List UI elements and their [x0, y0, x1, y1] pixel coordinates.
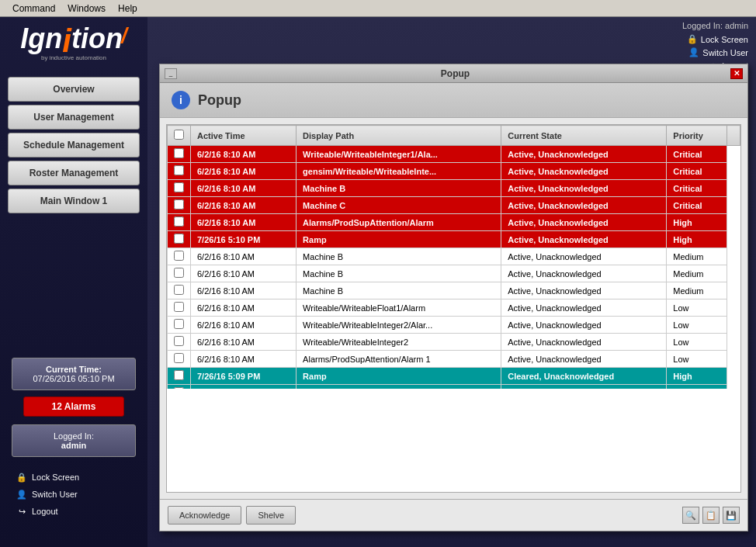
shelve-button[interactable]: Shelve	[246, 506, 296, 524]
export-icon-btn[interactable]: 💾	[723, 507, 740, 524]
header-lock-screen[interactable]: 🔒 Lock Screen	[682, 33, 748, 46]
alarm-button[interactable]: 12 Alarms	[23, 396, 124, 417]
row-time: 6/2/16 8:10 AM	[191, 248, 297, 265]
popup-close-btn[interactable]: ✕	[730, 68, 743, 79]
row-checkbox-5[interactable]	[174, 234, 184, 244]
copy-icon-btn[interactable]: 📋	[702, 507, 720, 524]
sidebar-switch-user[interactable]: 👤 Switch User	[12, 486, 136, 503]
popup-header: i Popup	[160, 83, 747, 118]
popup-minimize-btn[interactable]: _	[165, 68, 177, 79]
acknowledge-button[interactable]: Acknowledge	[168, 506, 241, 524]
table-row: 6/2/16 8:10 AM Writeable/WriteableFloat1…	[168, 299, 740, 317]
row-checkbox-14[interactable]	[174, 387, 184, 389]
row-checkbox-13[interactable]	[174, 370, 184, 380]
row-time: 7/26/16 5:09 PM	[191, 368, 297, 385]
table-row: 6/2/16 8:10 AM Machine B Active, Unackno…	[168, 248, 740, 265]
row-state: Active, Unacknowledged	[501, 351, 667, 368]
row-time: 6/2/16 8:10 AM	[191, 163, 297, 180]
current-time-value: 07/26/2016 05:10 PM	[19, 374, 129, 383]
nav-overview[interactable]: Overview	[8, 77, 140, 102]
row-time: 6/2/16 8:10 AM	[191, 282, 297, 299]
row-priority: High	[667, 214, 727, 231]
logo-text: Ign	[20, 25, 62, 53]
logo-subtitle: by inductive automation	[12, 54, 136, 61]
sidebar-logout[interactable]: ↪ Logout	[12, 503, 136, 520]
row-checkbox-6[interactable]	[174, 251, 184, 261]
select-all-checkbox[interactable]	[174, 130, 184, 140]
row-checkbox-cell	[168, 231, 191, 248]
logo-slash: /	[121, 25, 127, 47]
logged-in-box: Logged In: admin	[12, 424, 136, 457]
table-row: 6/2/16 8:10 AM Machine B Active, Unackno…	[168, 282, 740, 299]
logged-in-label: Logged In:	[19, 431, 129, 441]
row-priority: High	[667, 385, 727, 389]
row-checkbox-cell	[168, 180, 191, 197]
row-priority: Low	[667, 299, 727, 317]
row-checkbox-0[interactable]	[174, 148, 184, 158]
header-logged-in: Logged In: admin	[682, 21, 748, 30]
popup-footer: Acknowledge Shelve 🔍 📋 💾	[160, 499, 747, 531]
lock-icon: 🔒	[16, 471, 28, 483]
row-time: 6/2/16 8:10 AM	[191, 317, 297, 334]
row-checkbox-4[interactable]	[174, 216, 184, 227]
row-priority: Medium	[667, 248, 727, 265]
current-time-label: Current Time:	[19, 365, 129, 374]
row-checkbox-10[interactable]	[174, 319, 184, 329]
row-checkbox-cell	[168, 248, 191, 265]
search-icon-btn[interactable]: 🔍	[682, 507, 699, 524]
table-row: 6/2/16 8:10 AM Writeable/WriteableIntege…	[168, 146, 740, 163]
row-path: Ramp	[297, 231, 501, 248]
logo-text2: tion	[71, 25, 123, 53]
col-display-path: Display Path	[297, 126, 501, 146]
sidebar-lock-label: Lock Screen	[32, 473, 79, 482]
row-priority: Low	[667, 351, 727, 368]
row-checkbox-3[interactable]	[174, 199, 184, 209]
footer-icons: 🔍 📋 💾	[682, 507, 740, 524]
nav-main-window[interactable]: Main Window 1	[8, 189, 140, 213]
row-path: Writeable/WriteableInteger2/Alar...	[297, 317, 501, 334]
col-current-state: Current State	[501, 126, 667, 146]
row-checkbox-8[interactable]	[174, 285, 184, 295]
row-priority: High	[667, 231, 727, 248]
nav-roster-management[interactable]: Roster Management	[8, 161, 140, 185]
row-checkbox-1[interactable]	[174, 165, 184, 175]
nav-user-management[interactable]: User Management	[8, 105, 140, 130]
sidebar-lock-screen[interactable]: 🔒 Lock Screen	[12, 469, 136, 486]
row-time: 7/26/16 5:09 PM	[191, 385, 297, 389]
switch-user-icon: 👤	[16, 488, 28, 500]
nav-schedule-management[interactable]: Schedule Management	[8, 133, 140, 158]
menu-command[interactable]: Command	[6, 2, 61, 16]
row-state: Active, Unacknowledged	[501, 248, 667, 265]
header-switch-icon: 👤	[688, 47, 699, 57]
row-priority: Critical	[667, 163, 727, 180]
col-scrollbar-header	[727, 126, 740, 146]
row-time: 6/2/16 8:10 AM	[191, 214, 297, 231]
alarm-table-wrapper[interactable]: Active Time Display Path Current State P…	[167, 125, 740, 389]
menu-windows[interactable]: Windows	[61, 2, 112, 16]
menu-help[interactable]: Help	[112, 2, 144, 16]
row-state: Active, Unacknowledged	[501, 282, 667, 299]
row-time: 6/2/16 8:10 AM	[191, 197, 297, 214]
row-path: Machine C	[297, 197, 501, 214]
alarm-table: Active Time Display Path Current State P…	[167, 125, 740, 389]
row-checkbox-12[interactable]	[174, 353, 184, 363]
row-checkbox-11[interactable]	[174, 336, 184, 346]
row-checkbox-9[interactable]	[174, 302, 184, 312]
row-state: Active, Unacknowledged	[501, 180, 667, 197]
row-priority: Medium	[667, 282, 727, 299]
menubar: Command Windows Help	[0, 0, 756, 17]
header-switch-user[interactable]: 👤 Switch User	[682, 46, 748, 59]
popup-info-icon: i	[172, 91, 190, 109]
table-row: 6/2/16 8:10 AM Machine B Active, Unackno…	[168, 180, 740, 197]
row-checkbox-7[interactable]	[174, 268, 184, 278]
row-priority: Critical	[667, 180, 727, 197]
row-priority: High	[667, 368, 727, 385]
row-checkbox-cell	[168, 214, 191, 231]
row-checkbox-cell	[168, 317, 191, 334]
sidebar-actions: 🔒 Lock Screen 👤 Switch User ↪ Logout	[12, 469, 136, 520]
row-checkbox-2[interactable]	[174, 182, 184, 192]
logged-in-user: admin	[19, 441, 129, 450]
row-time: 7/26/16 5:10 PM	[191, 231, 297, 248]
popup-title: Popup	[180, 68, 730, 79]
row-time: 6/2/16 8:10 AM	[191, 180, 297, 197]
